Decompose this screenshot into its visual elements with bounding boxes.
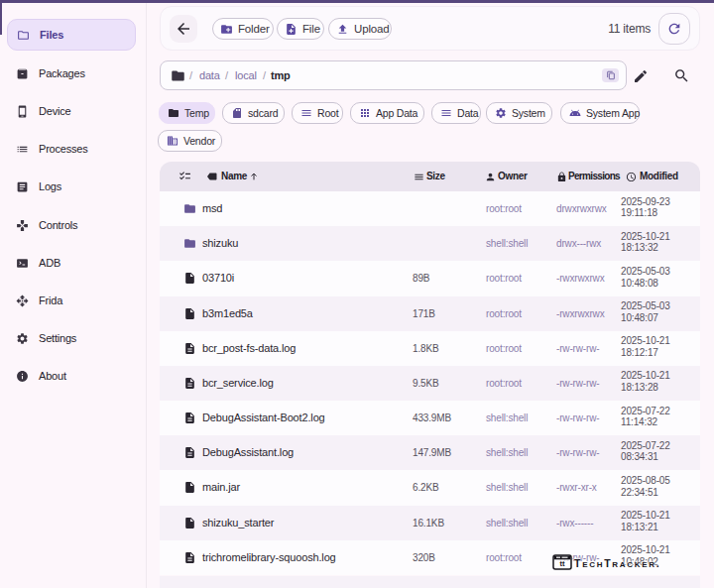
svg-text:tt: tt bbox=[560, 559, 565, 568]
